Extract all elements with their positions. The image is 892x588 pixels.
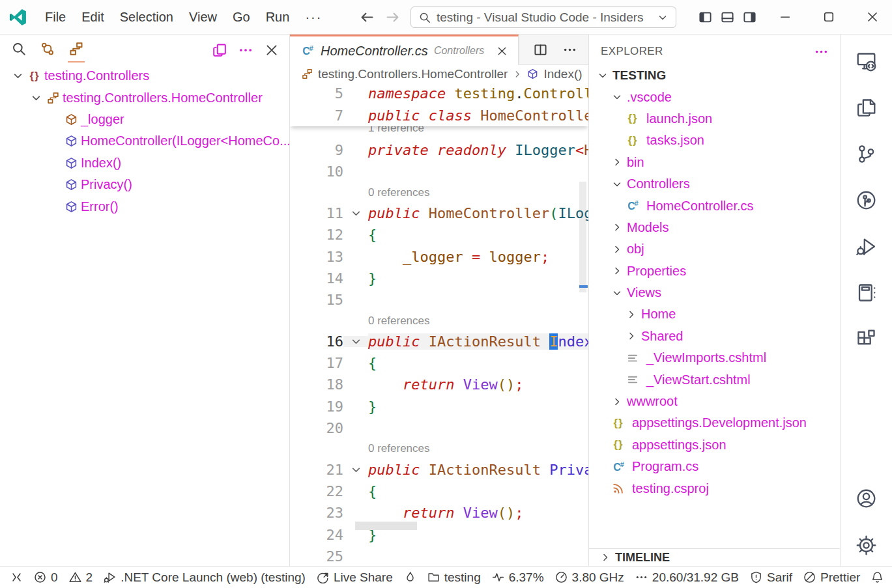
tab-homecontroller[interactable]: C# HomeController.cs Controllers (290, 35, 519, 65)
back-arrow-icon[interactable] (360, 10, 375, 25)
panel-class-hierarchy-tab-icon[interactable] (69, 42, 83, 56)
explorer-item[interactable]: C#HomeController.cs (589, 195, 840, 216)
code-line[interactable]: 21public IActionResult Privacy() (290, 458, 588, 480)
breadcrumb-member[interactable]: Index() (543, 67, 582, 81)
fold-chevron[interactable] (343, 336, 368, 347)
status-hot-reload[interactable] (404, 571, 416, 583)
sticky-line[interactable]: 7public class HomeController : Controlle… (290, 104, 588, 126)
status-workspace[interactable]: testing (427, 570, 481, 585)
code-line[interactable]: 14} (290, 268, 588, 289)
toggle-primary-sidebar-icon[interactable] (698, 10, 712, 24)
code-line[interactable]: 19} (290, 396, 588, 417)
menu-edit[interactable]: Edit (74, 7, 111, 27)
activity-run-debug[interactable] (856, 236, 876, 257)
toggle-panel-icon[interactable] (721, 10, 734, 24)
status-cpu-frequency[interactable]: 3.80 GHz (555, 570, 624, 585)
code-editor[interactable]: 5namespace testing.Controllers;7public c… (290, 83, 588, 566)
editor-more-actions-icon[interactable] (563, 43, 577, 57)
fold-chevron[interactable] (343, 208, 368, 219)
close-tab-icon[interactable] (496, 46, 508, 57)
explorer-more-actions-icon[interactable] (814, 45, 828, 59)
explorer-item[interactable]: Home (589, 303, 840, 325)
status-cpu-usage[interactable]: 6.37% (492, 570, 544, 585)
explorer-item[interactable]: Models (589, 217, 840, 238)
code-line[interactable]: 12{ (290, 224, 588, 245)
maximize-button[interactable] (822, 10, 835, 23)
activity-settings-gear[interactable] (856, 535, 876, 555)
close-window-button[interactable] (866, 10, 879, 23)
code-line[interactable]: 13 _logger = logger; (290, 245, 588, 267)
explorer-item[interactable]: {}tasks.json (589, 130, 840, 151)
explorer-item[interactable]: obj (589, 238, 840, 260)
status-errors[interactable]: 0 (34, 570, 58, 585)
command-center-search[interactable]: testing - Visual Studio Code - Insiders (410, 7, 676, 28)
status-sarif[interactable]: Sarif (750, 570, 792, 585)
more-actions-icon[interactable] (238, 43, 253, 57)
outline-item[interactable]: Error() (0, 195, 289, 217)
code-line[interactable]: 15 (290, 289, 588, 311)
codelens-clipped[interactable]: 1 reference (290, 126, 588, 139)
code-line[interactable]: 16public IActionResult Index() (290, 331, 588, 352)
status-notifications[interactable] (871, 571, 884, 583)
menu-overflow[interactable]: ··· (298, 7, 328, 27)
outline-item[interactable]: Privacy() (0, 174, 289, 195)
sticky-line[interactable]: 5namespace testing.Controllers; (290, 83, 588, 104)
outline-item[interactable]: testing.Controllers.HomeController (0, 87, 289, 108)
fold-chevron[interactable] (343, 464, 368, 475)
status-memory[interactable]: 20.60/31.92 GB (635, 570, 739, 585)
code-line[interactable]: 23 return View(); (290, 502, 588, 524)
outline-item[interactable]: {}testing.Controllers (0, 65, 289, 87)
outline-item[interactable]: Index() (0, 152, 289, 174)
explorer-item[interactable]: testing.csproj (589, 477, 840, 499)
code-line[interactable]: 24} (290, 524, 588, 546)
code-line[interactable]: 20 (290, 417, 588, 439)
minimize-button[interactable] (779, 10, 792, 23)
explorer-item[interactable]: wwwroot (589, 391, 840, 412)
forward-arrow-icon[interactable] (385, 10, 400, 25)
menu-go[interactable]: Go (225, 7, 258, 27)
codelens[interactable]: 0 references (290, 439, 588, 458)
panel-search-tab-icon[interactable] (12, 42, 26, 56)
explorer-item[interactable]: {}appsettings.Development.json (589, 412, 840, 434)
explorer-item[interactable]: bin (589, 152, 840, 173)
status-debug-launch[interactable]: .NET Core Launch (web) (testing) (104, 570, 306, 585)
code-line[interactable]: 25 (290, 546, 588, 566)
editor-scrollbar[interactable] (579, 182, 586, 292)
menu-run[interactable]: Run (258, 7, 298, 27)
activity-remote-explorer[interactable] (856, 51, 876, 72)
explorer-root-folder[interactable]: TESTING (589, 64, 840, 86)
codelens[interactable]: 0 references (290, 311, 588, 331)
code-line[interactable]: 9private readonly ILogger<HomeController… (290, 139, 588, 161)
code-line[interactable]: 18 return View(); (290, 374, 588, 395)
menu-selection[interactable]: Selection (112, 7, 181, 27)
explorer-item[interactable]: Properties (589, 260, 840, 282)
activity-files-copy[interactable] (856, 98, 876, 118)
explorer-item[interactable]: Views (589, 282, 840, 303)
activity-notebook[interactable] (856, 283, 876, 303)
explorer-item[interactable]: C#Program.cs (589, 456, 840, 477)
toggle-secondary-sidebar-icon[interactable] (743, 10, 756, 24)
outline-item[interactable]: HomeController(ILogger<HomeCo... (0, 130, 289, 152)
explorer-item[interactable]: _ViewStart.cshtml (589, 369, 840, 390)
code-line[interactable]: 17{ (290, 352, 588, 374)
status-prettier[interactable]: Prettier (803, 570, 860, 585)
explorer-item[interactable]: _ViewImports.cshtml (589, 347, 840, 369)
split-editor-icon[interactable] (534, 43, 547, 57)
panel-references-tab-icon[interactable] (40, 42, 55, 56)
menu-file[interactable]: File (37, 7, 74, 27)
timeline-section[interactable]: TIMELINE (589, 548, 840, 566)
activity-account[interactable] (856, 488, 876, 509)
activity-source-control[interactable] (856, 144, 876, 164)
explorer-item[interactable]: {}launch.json (589, 108, 840, 130)
explorer-item[interactable]: {}appsettings.json (589, 434, 840, 456)
codelens[interactable]: 0 references (290, 183, 588, 203)
breadcrumb-class[interactable]: testing.Controllers.HomeController (318, 67, 508, 81)
code-line[interactable]: 10 (290, 161, 588, 182)
outline-item[interactable]: _logger (0, 109, 289, 130)
explorer-item[interactable]: Shared (589, 326, 840, 347)
activity-circle-branch[interactable] (856, 190, 876, 210)
menu-view[interactable]: View (181, 7, 225, 27)
open-in-editor-icon[interactable] (212, 43, 227, 57)
code-line[interactable]: 22{ (290, 481, 588, 502)
activity-extensions[interactable] (856, 329, 876, 349)
